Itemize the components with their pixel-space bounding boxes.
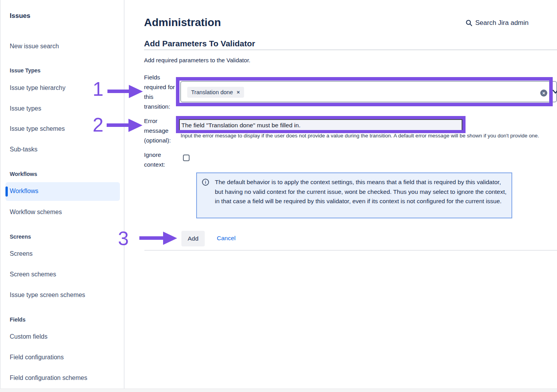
annotation-arrow-head-3 [163, 232, 177, 245]
annotation-number-1: 1 [93, 79, 104, 99]
content-divider [144, 250, 557, 251]
error-message-label: Error message (optional): [144, 116, 181, 145]
ignore-context-checkbox[interactable] [183, 155, 190, 161]
sidebar-item-workflows[interactable]: Workflows [5, 182, 120, 201]
sidebar-title: Issues [10, 12, 30, 20]
info-icon: i [202, 179, 209, 186]
sidebar-item-new-issue-search[interactable]: New issue search [10, 43, 59, 50]
select-clear-icon[interactable]: ✕ [540, 90, 547, 97]
search-icon [466, 19, 473, 26]
sidebar-header-fields: Fields [10, 316, 25, 323]
sidebar-item-screens[interactable]: Screens [10, 250, 33, 257]
error-message-input[interactable] [179, 119, 463, 132]
sidebar-item-issue-type-schemes[interactable]: Issue type schemes [10, 125, 65, 132]
annotation-arrow-shaft-3 [139, 236, 163, 240]
add-button[interactable]: Add [181, 231, 205, 246]
annotation-arrow-shaft-2 [107, 123, 129, 127]
cancel-link[interactable]: Cancel [217, 235, 235, 242]
tag-remove-icon[interactable]: ✕ [236, 90, 240, 95]
annotation-arrow-head-2 [128, 119, 142, 132]
sidebar-header-screens: Screens [10, 234, 31, 240]
bottom-scroll-strip [0, 388, 557, 392]
admin-search[interactable]: Search Jira admin [466, 19, 529, 27]
sidebar-header-issue-types: Issue Types [10, 67, 40, 74]
sidebar-item-sub-tasks[interactable]: Sub-tasks [10, 146, 37, 153]
ignore-context-label: Ignore context: [144, 150, 177, 169]
sidebar: Issues New issue search Issue Types Issu… [0, 0, 125, 392]
sidebar-header-workflows: Workflows [10, 171, 37, 177]
sidebar-item-label: Workflows [10, 188, 39, 195]
selected-indicator-bar [5, 186, 8, 197]
fields-required-select[interactable]: Translation done ✕ ✕ [180, 81, 557, 102]
sidebar-item-issue-types[interactable]: Issue types [10, 105, 41, 112]
sidebar-item-custom-fields[interactable]: Custom fields [10, 333, 47, 340]
sidebar-item-screen-schemes[interactable]: Screen schemes [10, 271, 56, 278]
sidebar-item-field-configuration-schemes[interactable]: Field configuration schemes [10, 374, 87, 381]
page-title: Administration [144, 16, 221, 29]
sidebar-item-issue-type-hierarchy[interactable]: Issue type hierarchy [10, 84, 65, 91]
annotation-arrow-shaft-1 [107, 90, 129, 93]
sidebar-item-issue-type-screen-schemes[interactable]: Issue type screen schemes [10, 292, 85, 299]
form-description: Add required parameters to the Validator… [144, 57, 250, 63]
section-heading: Add Parameters To Validator [144, 39, 255, 48]
info-box-text: The default behavior is to apply the con… [215, 178, 507, 206]
admin-search-label: Search Jira admin [475, 19, 529, 27]
info-box: i The default behavior is to apply the c… [196, 172, 512, 218]
chevron-down-icon[interactable] [552, 89, 557, 96]
fields-required-label: Fields required for this transition: [144, 72, 179, 111]
annotation-number-2: 2 [93, 115, 104, 135]
annotation-arrow-head-1 [129, 85, 143, 98]
sidebar-item-field-configurations[interactable]: Field configurations [10, 354, 64, 361]
annotation-number-3: 3 [118, 229, 129, 248]
error-message-help: Input the error message to display if th… [181, 133, 557, 139]
jira-admin-page: Issues New issue search Issue Types Issu… [0, 0, 557, 392]
selected-field-tag-label: Translation done [191, 89, 233, 95]
selected-field-tag: Translation done ✕ [187, 87, 244, 98]
heading-rule [144, 49, 557, 50]
sidebar-item-workflow-schemes[interactable]: Workflow schemes [10, 209, 62, 216]
